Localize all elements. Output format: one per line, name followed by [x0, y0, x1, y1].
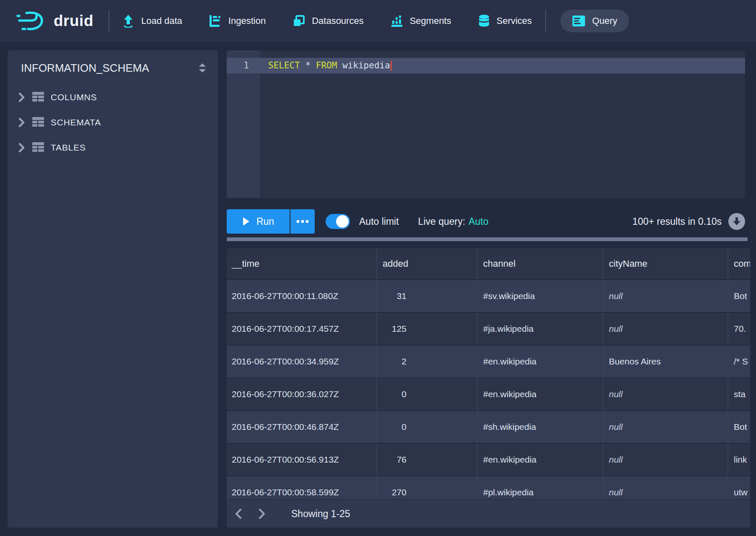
table-cell[interactable]: Bot: [728, 411, 750, 443]
sidebar-item-label: TABLES: [51, 143, 86, 153]
table-cell[interactable]: #sv.wikipedia: [478, 280, 603, 312]
table-cell[interactable]: 2016-06-27T00:00:34.959Z: [227, 346, 377, 377]
upload-icon: [122, 14, 135, 28]
download-button[interactable]: [728, 213, 745, 230]
table-cell[interactable]: Buenos Aires: [603, 346, 728, 377]
table-cell[interactable]: #en.wikipedia: [478, 444, 603, 476]
nav-item-label: Ingestion: [228, 16, 266, 26]
chevron-right-icon[interactable]: [18, 118, 25, 127]
query-toolbar: Run Auto limit Live query:Auto 100+ resu…: [227, 209, 745, 234]
table-cell[interactable]: link: [728, 444, 750, 476]
nav-item-services[interactable]: Services: [478, 14, 532, 28]
run-button-label: Run: [256, 216, 274, 227]
table-row: 2016-06-27T00:00:11.080Z31#sv.wikipedian…: [227, 279, 750, 312]
druid-brand[interactable]: druid: [16, 10, 93, 32]
table-cell[interactable]: #sh.wikipedia: [478, 411, 603, 443]
sidebar-item-label: COLUMNS: [51, 92, 97, 102]
table-cell[interactable]: 2: [377, 346, 478, 377]
horizontal-scrollbar[interactable]: [227, 237, 748, 241]
table-cell[interactable]: 76: [377, 444, 478, 476]
table-icon: [32, 117, 44, 128]
nav-item-segments[interactable]: Segments: [391, 15, 451, 27]
table-cell[interactable]: #ja.wikipedia: [478, 313, 603, 345]
table-cell[interactable]: 2016-06-27T00:00:11.080Z: [227, 280, 377, 312]
table-cell[interactable]: 0: [377, 411, 478, 443]
previous-page-button[interactable]: [227, 500, 250, 528]
column-header-cityname[interactable]: cityName: [603, 248, 728, 279]
navbar-separator-2: [545, 10, 546, 32]
navbar-separator: [109, 10, 109, 32]
table-cell[interactable]: 70.: [728, 313, 750, 345]
download-icon: [733, 217, 741, 226]
sql-token: SELECT: [268, 60, 300, 70]
nav-item-query[interactable]: Query: [560, 10, 629, 32]
play-icon: [242, 217, 250, 226]
table-row: 2016-06-27T00:00:36.027Z0#en.wikipedianu…: [227, 377, 750, 410]
auto-limit-toggle[interactable]: [326, 214, 350, 229]
column-header-channel[interactable]: channel: [478, 248, 603, 279]
sidebar-item-tables[interactable]: TABLES: [8, 135, 218, 160]
nav-item-ingestion[interactable]: Ingestion: [209, 15, 266, 27]
table-cell[interactable]: 125: [377, 313, 478, 345]
table-cell[interactable]: 2016-06-27T00:00:36.027Z: [227, 378, 377, 410]
table-cell[interactable]: null: [603, 444, 728, 476]
text-cursor: [391, 61, 392, 71]
table-cell[interactable]: /* S: [728, 346, 750, 377]
schema-tree: COLUMNSSCHEMATATABLES: [8, 85, 218, 160]
table-cell[interactable]: null: [603, 411, 728, 443]
sql-token: wikipedia: [337, 60, 390, 70]
table-cell[interactable]: 0: [377, 378, 478, 410]
sidebar-item-label: SCHEMATA: [51, 117, 101, 127]
results-body: 2016-06-27T00:00:11.080Z31#sv.wikipedian…: [227, 279, 750, 508]
table-cell[interactable]: null: [603, 280, 728, 312]
column-header-added[interactable]: added: [377, 248, 478, 279]
table-cell[interactable]: 2016-06-27T00:00:46.874Z: [227, 411, 377, 443]
more-icon: [296, 220, 309, 223]
schema-sidebar: INFORMATION_SCHEMA COLUMNSSCHEMATATABLES: [8, 50, 218, 528]
nav-item-label: Datasources: [312, 16, 364, 26]
druid-logo-icon: [16, 10, 47, 32]
next-page-button[interactable]: [250, 500, 274, 528]
sidebar-item-columns[interactable]: COLUMNS: [8, 85, 218, 110]
table-cell[interactable]: null: [603, 313, 728, 345]
column-header-time[interactable]: __time: [227, 248, 377, 279]
table-cell[interactable]: 2016-06-27T00:00:56.913Z: [227, 444, 377, 476]
sidebar-item-schemata[interactable]: SCHEMATA: [8, 110, 218, 135]
ingestion-icon: [209, 15, 222, 27]
table-cell[interactable]: 31: [377, 280, 478, 312]
table-cell[interactable]: #en.wikipedia: [478, 346, 603, 377]
datasources-icon: [293, 15, 305, 27]
live-query-control: Live query:Auto: [418, 216, 489, 227]
column-header-comment[interactable]: comment: [728, 248, 750, 279]
sql-query-text[interactable]: SELECT * FROM wikipedia: [268, 58, 392, 73]
nav-item-label: Query: [592, 16, 617, 26]
chevron-left-icon: [235, 508, 242, 519]
results-header-row: __timeaddedchannelcityNamecomment: [227, 248, 750, 279]
query-icon: [572, 15, 585, 27]
services-icon: [478, 14, 490, 28]
live-query-value-link[interactable]: Auto: [469, 216, 488, 227]
table-cell[interactable]: #en.wikipedia: [478, 378, 603, 410]
segments-icon: [391, 15, 403, 27]
query-editor[interactable]: 1 SELECT * FROM wikipedia: [227, 50, 745, 198]
table-cell[interactable]: Bot: [728, 280, 750, 312]
table-row: 2016-06-27T00:00:46.874Z0#sh.wikipedianu…: [227, 410, 750, 443]
nav-item-datasources[interactable]: Datasources: [293, 15, 364, 27]
nav-item-load-data[interactable]: Load data: [122, 14, 182, 28]
more-options-button[interactable]: [290, 209, 315, 234]
table-cell[interactable]: sta: [728, 378, 750, 410]
chevron-right-icon[interactable]: [18, 143, 25, 152]
double-caret-vertical-icon[interactable]: [198, 62, 207, 73]
table-cell[interactable]: 2016-06-27T00:00:17.457Z: [227, 313, 377, 345]
nav-item-label: Load data: [141, 16, 182, 26]
table-cell[interactable]: null: [603, 378, 728, 410]
chevron-right-icon[interactable]: [18, 93, 25, 102]
run-button[interactable]: Run: [227, 209, 290, 234]
table-icon: [32, 92, 44, 103]
table-row: 2016-06-27T00:00:56.913Z76#en.wikipedian…: [227, 443, 750, 476]
nav-item-label: Segments: [410, 16, 451, 26]
live-query-label: Live query:: [418, 216, 466, 227]
brand-name: druid: [54, 12, 93, 30]
nav-item-label: Services: [497, 16, 532, 26]
results-table: __timeaddedchannelcityNamecomment 2016-0…: [227, 248, 750, 528]
